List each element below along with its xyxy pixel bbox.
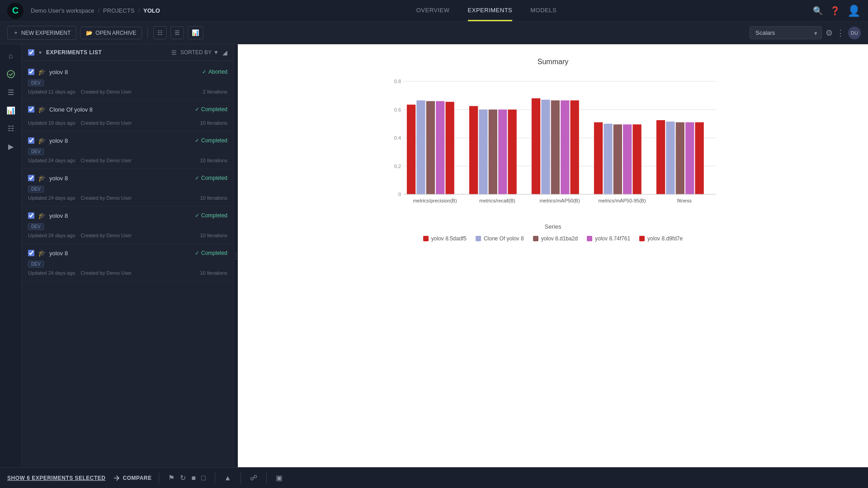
svg-text:0: 0: [398, 192, 401, 197]
experiment-status: ✓ Aborted: [202, 69, 227, 75]
breadcrumb-projects[interactable]: PROJECTS: [103, 7, 134, 14]
archive-icon: 📂: [86, 30, 93, 36]
chevron-icon: ▼: [38, 50, 42, 55]
experiment-checkbox[interactable]: [28, 137, 34, 144]
sidebar-graph-icon[interactable]: 📊: [3, 102, 19, 118]
chart-title: Summary: [256, 58, 850, 66]
scalars-select-wrapper: Scalars Plots Debug Samples: [750, 26, 822, 39]
label-icon[interactable]: ☍: [248, 472, 259, 484]
columns-icon[interactable]: ⋮: [836, 28, 844, 38]
menu-icon[interactable]: ☰: [171, 49, 177, 56]
bar: [508, 110, 516, 195]
svg-text:0.2: 0.2: [394, 164, 401, 169]
legend-color: [639, 236, 645, 241]
experiment-type-icon: 🎓: [38, 106, 46, 113]
experiments-list-header: ▼ EXPERIMENTS LIST ☰ SORTED BY ▼ ◢: [22, 44, 234, 61]
experiment-status: ✓ Completed: [195, 250, 227, 256]
svg-text:0.4: 0.4: [394, 135, 401, 141]
check-icon: ✓: [202, 69, 207, 75]
show-selected-button[interactable]: SHOW 6 EXPERIMENTS SELECTED: [7, 475, 106, 481]
experiment-type-icon: 🎓: [38, 249, 46, 257]
experiment-checkbox[interactable]: [28, 175, 34, 181]
search-icon[interactable]: 🔍: [813, 6, 823, 16]
new-experiment-button[interactable]: ＋ NEW EXPERIMENT: [7, 26, 76, 40]
bar: [570, 100, 579, 194]
experiment-meta: Updated 24 days ago Created by Demo User…: [28, 270, 227, 276]
check-icon: ✓: [195, 137, 199, 144]
card-view-button[interactable]: ☰: [170, 26, 184, 39]
sidebar-home-icon[interactable]: ⌂: [3, 48, 19, 64]
dev-badge: DEV: [28, 80, 44, 86]
sidebar-pipeline-icon[interactable]: ▶: [3, 138, 19, 155]
restore-icon[interactable]: ↻: [178, 472, 188, 484]
experiment-checkbox[interactable]: [28, 69, 34, 75]
experiment-checkbox[interactable]: [28, 250, 34, 256]
scalars-select[interactable]: Scalars Plots Debug Samples: [750, 26, 822, 39]
experiment-checkbox[interactable]: [28, 212, 34, 219]
experiment-type-icon: 🎓: [38, 174, 46, 182]
experiment-iterations: 10 Iterations: [200, 233, 227, 238]
panel-resize-handle[interactable]: [234, 44, 238, 467]
svg-text:fitness: fitness: [677, 198, 692, 203]
bar: [676, 122, 684, 194]
experiment-iterations: 10 Iterations: [200, 270, 227, 276]
chart-view-button[interactable]: 📊: [188, 26, 203, 39]
sidebar-experiments-icon[interactable]: [3, 66, 19, 82]
move-icon[interactable]: ▣: [274, 472, 284, 484]
bar: [695, 122, 703, 194]
select-all-checkbox[interactable]: [28, 49, 34, 56]
experiment-meta: Updated 24 days ago Created by Demo User…: [28, 158, 227, 163]
experiment-status: ✓ Completed: [195, 106, 227, 113]
sidebar-table-icon[interactable]: ☷: [3, 120, 19, 136]
breadcrumb-current: YOLO: [143, 7, 160, 14]
svg-text:0.6: 0.6: [394, 107, 401, 113]
experiment-name: yolov 8: [49, 250, 191, 257]
upload-icon[interactable]: ▲: [222, 472, 233, 484]
chart-container: Summary 00.20.40.60.8metrics/precision(B…: [238, 44, 868, 467]
abort-icon[interactable]: □: [199, 472, 208, 484]
experiment-checkbox[interactable]: [28, 106, 34, 113]
settings-icon[interactable]: ⚙: [826, 28, 833, 38]
user-initials-icon[interactable]: DU: [848, 27, 861, 39]
bar: [479, 110, 487, 195]
summary-chart-svg: 00.20.40.60.8metrics/precision(B)metrics…: [381, 77, 725, 221]
nav-models[interactable]: MODELS: [530, 0, 557, 21]
svg-text:metrics/mAP50-95(B): metrics/mAP50-95(B): [598, 198, 646, 203]
bar: [632, 124, 641, 194]
legend-color: [533, 236, 538, 241]
app-logo[interactable]: C: [7, 3, 24, 19]
sidebar-layers-icon[interactable]: ☰: [3, 84, 19, 100]
experiments-list: 🎓 yolov 8 ✓ Aborted DEV Updated 11 days …: [22, 61, 234, 467]
sort-button[interactable]: SORTED BY ▼: [180, 49, 219, 56]
bar: [469, 106, 478, 194]
user-avatar[interactable]: 👤: [847, 5, 861, 17]
help-icon[interactable]: ❓: [830, 6, 840, 16]
experiment-type-icon: 🎓: [38, 137, 46, 144]
experiment-item[interactable]: 🎓 yolov 8 ✓ Completed DEV Updated 24 day…: [22, 244, 234, 282]
experiment-meta: Updated 24 days ago Created by Demo User…: [28, 233, 227, 238]
experiment-item[interactable]: 🎓 yolov 8 ✓ Completed DEV Updated 24 day…: [22, 131, 234, 169]
experiment-type-icon: 🎓: [38, 68, 46, 75]
experiment-item[interactable]: 🎓 Clone Of yolov 8 ✓ Completed Updated 1…: [22, 100, 234, 131]
legend-label: yolov 8.d9fd7e: [647, 235, 683, 242]
top-navigation: C Demo User's workspace / PROJECTS / YOL…: [0, 0, 868, 22]
table-view-button[interactable]: ☷: [153, 26, 167, 39]
experiment-updated: Updated 24 days ago: [28, 270, 75, 276]
experiment-item[interactable]: 🎓 yolov 8 ✓ Completed DEV Updated 24 day…: [22, 169, 234, 206]
experiment-created-by: Created by Demo User: [81, 89, 132, 94]
experiment-item[interactable]: 🎓 yolov 8 ✓ Completed DEV Updated 24 day…: [22, 206, 234, 244]
breadcrumb: Demo User's workspace / PROJECTS / YOLO: [31, 7, 160, 14]
check-icon: ✓: [195, 212, 199, 219]
bar: [561, 100, 569, 194]
nav-overview[interactable]: OVERVIEW: [416, 0, 450, 21]
filter-button[interactable]: ◢: [222, 49, 227, 56]
tag-icon[interactable]: ⚑: [166, 472, 176, 484]
chart-area: Summary 00.20.40.60.8metrics/precision(B…: [238, 44, 868, 467]
open-archive-button[interactable]: 📂 OPEN ARCHIVE: [80, 27, 142, 39]
compare-button[interactable]: COMPARE: [113, 474, 152, 482]
nav-experiments[interactable]: EXPERIMENTS: [468, 0, 513, 21]
experiment-iterations: 10 Iterations: [200, 158, 227, 163]
experiment-meta: Updated 24 days ago Created by Demo User…: [28, 195, 227, 201]
stop-icon[interactable]: ■: [189, 472, 198, 484]
experiment-item[interactable]: 🎓 yolov 8 ✓ Aborted DEV Updated 11 days …: [22, 63, 234, 100]
